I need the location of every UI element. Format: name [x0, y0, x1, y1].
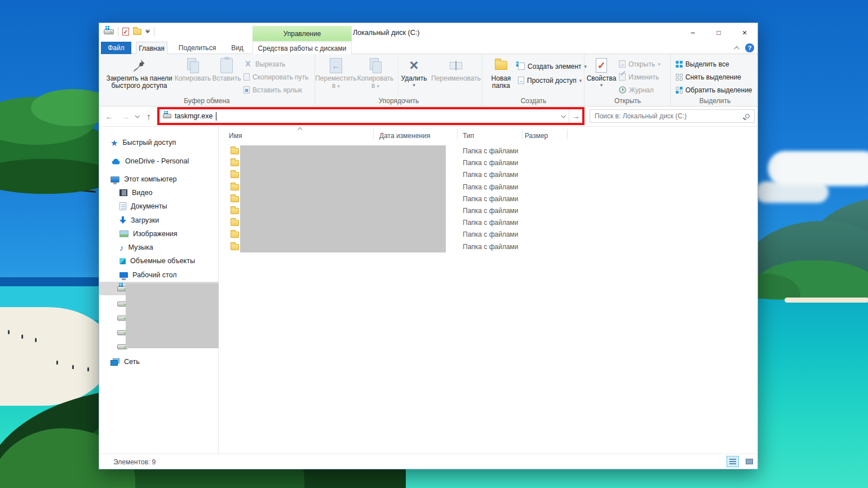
sidebar-item-this-pc[interactable]: Этот компьютер [110, 172, 176, 186]
folder-icon [231, 220, 239, 226]
column-headers: Имя Дата изменения Тип Размер [219, 127, 758, 141]
move-to-icon: ← [330, 58, 342, 73]
desktop-icon [119, 272, 128, 278]
properties-button[interactable]: ✓ Свойства ▾ [586, 56, 617, 96]
new-item-button[interactable]: Создать элемент ▾ [518, 60, 587, 72]
file-type: Папка с файлами [463, 243, 519, 251]
recent-locations-dropdown[interactable] [133, 107, 141, 126]
group-label-clipboard: Буфер обмена [99, 97, 315, 105]
search-input[interactable]: Поиск в: Локальный диск (C:) [590, 109, 755, 123]
tab-share[interactable]: Поделиться [175, 42, 219, 54]
edit-button[interactable]: Изменить [619, 71, 659, 83]
address-text: taskmgr.exe [175, 112, 212, 120]
ribbon-tabs: Файл Главная Поделиться Вид Средства раб… [99, 42, 758, 54]
details-view-button[interactable] [727, 456, 739, 467]
desktop: ✓ Управление Локальный диск (C:) − □ × Ф… [0, 0, 868, 488]
column-size[interactable]: Размер [525, 132, 548, 140]
properties-icon: ✓ [596, 58, 607, 73]
sidebar-item-documents[interactable]: Документы [119, 199, 167, 213]
title-bar: ✓ Управление Локальный диск (C:) − □ × [99, 23, 758, 42]
new-folder-qat-icon[interactable] [133, 29, 141, 35]
tab-view[interactable]: Вид [225, 42, 250, 54]
sidebar-item-videos[interactable]: Видео [119, 186, 153, 199]
file-type: Папка с файлами [463, 183, 519, 191]
group-label-new: Создать [483, 97, 584, 105]
close-button[interactable]: × [732, 23, 758, 42]
thumbnails-view-button[interactable] [743, 456, 755, 467]
new-folder-button[interactable]: Новая папка [486, 56, 516, 96]
sidebar-item-onedrive[interactable]: OneDrive - Personal [110, 154, 189, 168]
column-type[interactable]: Тип [463, 132, 474, 140]
history-button[interactable]: Журнал [619, 84, 654, 96]
select-none-button[interactable]: Снять выделение [676, 71, 741, 83]
group-label-select: Выделить [671, 97, 759, 105]
tab-drive-tools[interactable]: Средства работы с дисками [253, 42, 352, 54]
paste-button[interactable]: Вставить [211, 56, 242, 96]
invert-selection-icon [676, 87, 683, 94]
rename-icon [450, 62, 462, 69]
tab-home[interactable]: Главная [136, 42, 167, 54]
redacted-drive-labels [126, 283, 219, 348]
properties-qat-icon[interactable]: ✓ [122, 28, 129, 36]
computer-icon [110, 176, 119, 183]
copy-button[interactable]: Копировать [175, 56, 211, 96]
open-icon: → [619, 60, 626, 68]
move-to-button[interactable]: ← Переместить в ▾ [317, 56, 355, 96]
delete-icon: × [410, 58, 419, 73]
minimize-button[interactable]: − [680, 23, 706, 42]
scissors-icon [243, 60, 253, 68]
sidebar-item-music[interactable]: ♪ Музыка [119, 241, 153, 254]
sidebar-item-pictures[interactable]: Изображения [119, 227, 178, 241]
sidebar-item-quick-access[interactable]: ★ Быстрый доступ [110, 136, 176, 149]
maximize-button[interactable]: □ [706, 23, 732, 42]
paste-shortcut-button[interactable]: Вставить ярлык [243, 84, 302, 96]
sidebar-item-desktop[interactable]: Рабочий стол [119, 268, 176, 282]
coast-sand [785, 298, 868, 303]
group-label-open: Открыть [585, 97, 670, 105]
navigation-pane: ★ Быстрый доступ OneDrive - Personal Это… [99, 127, 219, 454]
collapse-ribbon-icon[interactable] [734, 46, 739, 51]
text-cursor [216, 112, 216, 121]
up-button[interactable]: ↑ [143, 107, 154, 126]
copy-path-button[interactable]: Скопировать путь [243, 71, 308, 83]
sidebar-item-downloads[interactable]: Загрузки [119, 214, 159, 227]
folder-icon [231, 196, 239, 202]
sidebar-item-network[interactable]: Сеть [110, 355, 140, 369]
address-bar-highlight: taskmgr.exe → [157, 107, 584, 125]
back-button[interactable]: ← [104, 107, 115, 126]
column-name[interactable]: Имя [229, 132, 242, 140]
rename-button[interactable]: Переименовать [431, 56, 481, 96]
file-type: Папка с файлами [463, 195, 519, 203]
separator [118, 27, 118, 36]
delete-button[interactable]: × Удалить ▾ [398, 56, 429, 96]
pin-to-quick-access-button[interactable]: Закрепить на панели быстрого доступа [105, 56, 174, 96]
open-button[interactable]: → Открыть ▾ [619, 58, 661, 70]
cloud [755, 181, 829, 203]
redacted-file-names [240, 145, 446, 252]
sidebar-item-3d-objects[interactable]: Объемные объекты [119, 254, 195, 268]
select-none-icon [676, 74, 683, 81]
search-icon [745, 114, 750, 118]
video-icon [119, 189, 127, 196]
copy-to-button[interactable]: Копировать в ▾ [356, 56, 395, 96]
help-icon[interactable]: ? [745, 43, 754, 52]
column-date-modified[interactable]: Дата изменения [379, 132, 430, 140]
search-placeholder: Поиск в: Локальный диск (C:) [595, 112, 687, 120]
pictures-icon [119, 230, 129, 237]
sort-ascending-icon [298, 127, 302, 132]
address-dropdown[interactable] [557, 109, 569, 123]
cut-button[interactable]: Вырезать [243, 58, 285, 70]
customize-qat-icon[interactable] [145, 30, 150, 34]
paste-icon [220, 58, 233, 73]
address-bar[interactable]: taskmgr.exe [160, 109, 557, 123]
go-button[interactable]: → [569, 109, 582, 123]
beach-person [21, 335, 23, 339]
tab-file[interactable]: Файл [101, 42, 131, 54]
invert-selection-button[interactable]: Обратить выделение [676, 84, 752, 96]
ribbon: Закрепить на панели быстрого доступа Коп… [99, 54, 758, 107]
star-icon: ★ [110, 139, 118, 147]
window-title: Локальный диск (C:) [353, 23, 419, 42]
forward-button[interactable]: → [119, 107, 131, 126]
select-all-button[interactable]: Выделить все [676, 58, 729, 70]
easy-access-button[interactable]: → Простой доступ ▾ [518, 74, 582, 86]
